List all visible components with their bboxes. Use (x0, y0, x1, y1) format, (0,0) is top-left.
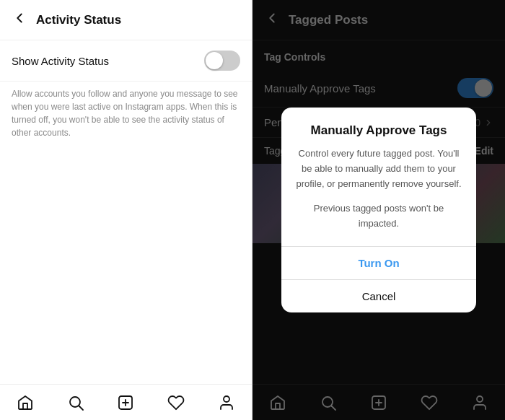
modal-dialog: Manually Approve Tags Control every futu… (281, 108, 476, 312)
modal-body: Manually Approve Tags Control every futu… (281, 108, 476, 232)
modal-text-2: Previous tagged posts won't be impacted. (296, 201, 462, 232)
profile-nav-button[interactable] (217, 393, 236, 412)
modal-overlay: Manually Approve Tags Control every futu… (252, 0, 505, 420)
modal-text-1: Control every future tagged post. You'll… (296, 146, 462, 191)
left-page-title: Activity Status (36, 13, 121, 27)
left-bottom-nav (0, 384, 252, 420)
add-nav-button[interactable] (116, 393, 135, 412)
svg-point-5 (224, 396, 229, 402)
search-nav-button[interactable] (66, 393, 85, 412)
back-arrow-icon[interactable] (12, 10, 27, 30)
activity-status-description: Allow accounts you follow and anyone you… (0, 82, 252, 151)
toggle-knob (206, 52, 223, 69)
activity-status-label: Show Activity Status (12, 55, 109, 67)
left-panel: Activity Status Show Activity Status All… (0, 0, 252, 420)
turn-on-button[interactable]: Turn On (281, 247, 476, 279)
likes-nav-button[interactable] (167, 393, 185, 412)
left-content: Show Activity Status Allow accounts you … (0, 40, 252, 384)
home-nav-button[interactable] (16, 393, 35, 412)
activity-status-row: Show Activity Status (0, 40, 252, 82)
cancel-button[interactable]: Cancel (281, 279, 476, 312)
activity-status-toggle[interactable] (204, 51, 240, 71)
left-header: Activity Status (0, 0, 252, 40)
modal-title: Manually Approve Tags (296, 123, 462, 138)
svg-line-1 (79, 406, 83, 410)
right-panel: Tagged Posts Tag Controls Manually Appro… (252, 0, 505, 420)
